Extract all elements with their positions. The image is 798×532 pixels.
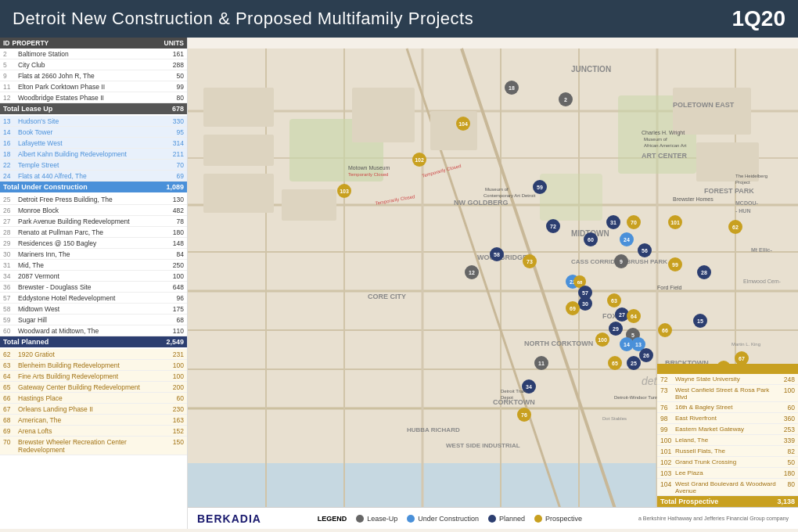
svg-rect-25: [282, 189, 336, 221]
main-content: ID PROPERTY UNITS 2 Baltimore Station 16…: [0, 38, 798, 529]
table-row[interactable]: 73 West Canfield Street & Rosa Park Blvd…: [657, 385, 798, 402]
svg-text:JUNCTION: JUNCTION: [571, 65, 611, 74]
table-row[interactable]: 26 Monroe Block 482: [0, 205, 187, 216]
svg-text:104: 104: [458, 121, 468, 127]
svg-text:9: 9: [620, 259, 623, 264]
units-col-header: UNITS: [164, 39, 185, 47]
table-row[interactable]: 58 Midtown West 175: [0, 304, 187, 315]
svg-rect-24: [203, 174, 274, 213]
svg-text:65: 65: [612, 361, 618, 366]
table-row[interactable]: 24 Flats at 440 Alfred, The 69: [0, 171, 187, 182]
svg-text:13: 13: [635, 342, 642, 347]
page-header: Detroit New Construction & Proposed Mult…: [0, 0, 798, 38]
table-row[interactable]: 12 Woodbridge Estates Phase II 80: [0, 92, 187, 103]
property-list-panel[interactable]: ID PROPERTY UNITS 2 Baltimore Station 16…: [0, 38, 188, 529]
table-row[interactable]: 11 Elton Park Corktown Phase II 99: [0, 81, 187, 92]
table-row[interactable]: 22 Temple Street 70: [0, 160, 187, 171]
svg-text:14: 14: [624, 342, 630, 347]
table-row[interactable]: 16 Lafayette West 314: [0, 138, 187, 149]
table-row[interactable]: 66 Hastings Place 60: [0, 393, 187, 404]
svg-rect-26: [352, 88, 415, 142]
svg-text:Ford Field: Ford Field: [657, 285, 682, 290]
svg-text:27: 27: [619, 312, 625, 318]
svg-text:Mt Ellic-: Mt Ellic-: [751, 247, 773, 253]
svg-text:29: 29: [613, 326, 619, 332]
construction-dot: [407, 515, 415, 523]
table-row[interactable]: 102 Grand Trunk Crossing 50: [657, 457, 798, 468]
table-row[interactable]: 63 Blenheim Building Redevelopment 100: [0, 360, 187, 371]
svg-text:102: 102: [415, 157, 424, 163]
svg-rect-22: [203, 88, 274, 127]
table-row[interactable]: 25 Detroit Free Press Building, The 130: [0, 194, 187, 205]
table-row[interactable]: 100 Leland, The 339: [657, 435, 798, 446]
svg-text:NORTH CORKTOWN: NORTH CORKTOWN: [524, 340, 593, 347]
table-row[interactable]: 36 Brewster - Douglass Site 648: [0, 282, 187, 293]
svg-text:Detroit-Windsor Tunnel: Detroit-Windsor Tunnel: [614, 395, 662, 400]
svg-text:FOREST PARK: FOREST PARK: [704, 187, 754, 195]
svg-text:18: 18: [509, 85, 515, 91]
table-row[interactable]: 28 Renato at Pullman Parc, The 180: [0, 227, 187, 238]
table-row[interactable]: 65 Gateway Center Building Redevelopment…: [0, 382, 187, 393]
table-row[interactable]: 27 Park Avenue Building Redevelopment 78: [0, 216, 187, 227]
table-row[interactable]: 59 Sugar Hill 68: [0, 315, 187, 325]
svg-text:68: 68: [577, 280, 583, 285]
table-row[interactable]: 101 Russell Flats, The 82: [657, 446, 798, 457]
legend-lease-up: Lease-Up: [356, 515, 397, 523]
table-row[interactable]: 76 16th & Bagley Street 60: [657, 402, 798, 413]
svg-rect-28: [673, 88, 751, 135]
table-row[interactable]: 9 Flats at 2660 John R, The 50: [0, 70, 187, 81]
table-row[interactable]: 70 Brewster Wheeler Recreation Center Re…: [0, 437, 187, 455]
table-row[interactable]: 13 Hudson's Site 330: [0, 116, 187, 127]
table-row[interactable]: 62 1920 Gratiot 231: [0, 349, 187, 360]
table-row[interactable]: 57 Eddystone Hotel Redevelopment 96: [0, 293, 187, 304]
svg-text:HUBBA RICHARD: HUBBA RICHARD: [407, 426, 460, 433]
table-row[interactable]: 67 Orleans Landing Phase II 230: [0, 404, 187, 415]
svg-text:POLETOWN EAST: POLETOWN EAST: [673, 101, 735, 109]
svg-text:66: 66: [662, 328, 668, 333]
svg-text:11: 11: [538, 361, 545, 366]
berkadia-logo: BERKADIA: [197, 512, 261, 525]
svg-text:NW GOLDBERG: NW GOLDBERG: [454, 199, 509, 207]
svg-text:25: 25: [631, 361, 637, 366]
table-row[interactable]: 68 American, The 163: [0, 415, 187, 426]
planned-total: Total Planned 2,549: [0, 336, 187, 347]
table-row[interactable]: 103 Lee Plaza 180: [657, 468, 798, 479]
id-col-header: ID: [3, 39, 10, 47]
svg-text:Temporarily Closed: Temporarily Closed: [348, 172, 388, 177]
table-row[interactable]: 98 East Riverfront 360: [657, 413, 798, 424]
svg-text:62: 62: [732, 225, 739, 230]
svg-rect-23: [203, 135, 274, 166]
prospective-overlay-header: [657, 364, 798, 374]
table-row[interactable]: 30 Mariners Inn, The 84: [0, 249, 187, 260]
table-row[interactable]: 72 Wayne State University 248: [657, 374, 798, 385]
svg-text:The Heidelberg: The Heidelberg: [735, 174, 767, 178]
table-row[interactable]: 29 Residences @ 150 Bagley 148: [0, 238, 187, 249]
svg-text:CORKTOWN: CORKTOWN: [493, 398, 535, 406]
svg-text:Dot Stables: Dot Stables: [602, 416, 627, 421]
prospective-dot: [534, 515, 542, 523]
svg-text:70: 70: [631, 220, 637, 225]
table-row[interactable]: 69 Arena Lofts 152: [0, 426, 187, 437]
table-row[interactable]: 34 2087 Vermont 100: [0, 271, 187, 282]
svg-text:ART CENTER: ART CENTER: [642, 152, 687, 160]
svg-text:58: 58: [494, 252, 500, 257]
svg-text:5: 5: [631, 332, 634, 338]
map-area: JUNCTION POLETOWN EAST ART CENTER FOREST…: [188, 38, 798, 529]
svg-rect-21: [540, 174, 602, 221]
svg-text:59: 59: [537, 185, 543, 190]
svg-text:99: 99: [672, 262, 678, 268]
table-row[interactable]: 60 Woodward at Midtown, The 110: [0, 325, 187, 336]
table-row[interactable]: 2 Baltimore Station 161: [0, 49, 187, 59]
table-row[interactable]: 31 Mid, The 250: [0, 260, 187, 271]
svg-text:67: 67: [739, 356, 745, 361]
planned-section: 25 Detroit Free Press Building, The 130 …: [0, 194, 187, 347]
table-row[interactable]: 64 Fine Arts Building Redevelopment 100: [0, 371, 187, 382]
table-row[interactable]: 18 Albert Kahn Building Redevelopment 21…: [0, 149, 187, 160]
svg-text:73: 73: [527, 259, 533, 264]
table-row[interactable]: 5 City Club 288: [0, 59, 187, 70]
svg-rect-27: [430, 111, 477, 150]
table-row[interactable]: 104 West Grand Boulevard & Woodward Aven…: [657, 479, 798, 496]
svg-text:Detroit Train: Detroit Train: [501, 389, 527, 394]
table-row[interactable]: 99 Eastern Market Gateway 253: [657, 424, 798, 435]
table-row[interactable]: 14 Book Tower 95: [0, 127, 187, 138]
